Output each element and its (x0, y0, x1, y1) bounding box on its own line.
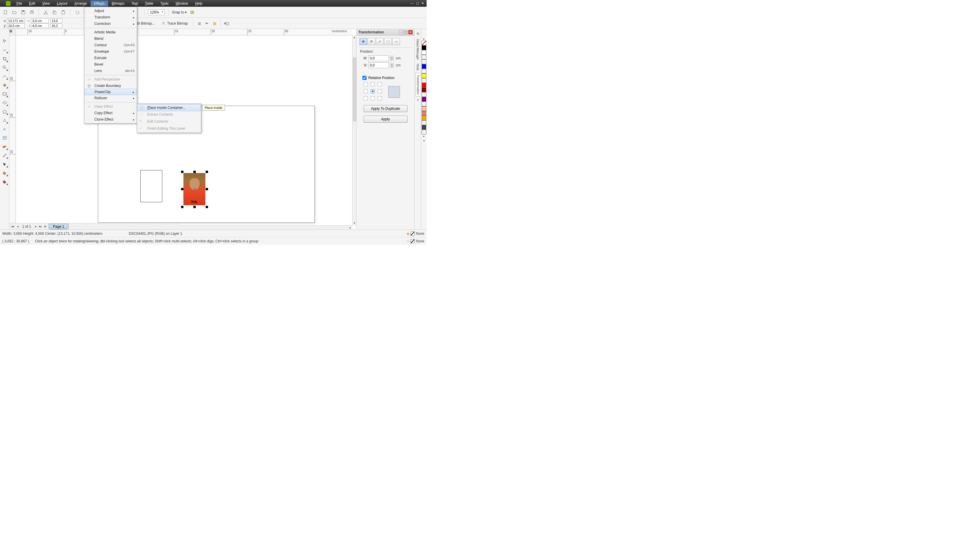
first-page-icon[interactable]: ⏮ (10, 224, 15, 229)
anchor-ml[interactable] (364, 89, 368, 93)
color-swatch-blank[interactable] (422, 78, 426, 83)
bitmap-color-mask-icon[interactable]: ▦ (212, 20, 217, 26)
scale-y-input[interactable] (50, 23, 62, 28)
spin-up[interactable]: ▴ (390, 63, 393, 65)
no-color-swatch[interactable] (422, 41, 426, 45)
position-v-input[interactable] (368, 62, 389, 68)
crop-tool[interactable] (1, 55, 8, 62)
scale-mode-icon[interactable]: ⤢ (376, 38, 384, 45)
color-swatch-blank[interactable] (422, 92, 426, 97)
add-page-icon[interactable]: ⊕ (43, 224, 47, 229)
anchor-mr[interactable] (378, 89, 382, 93)
prev-page-icon[interactable]: ◂ (15, 224, 20, 229)
menu-powerclip[interactable]: PowerClip▸ (85, 89, 137, 95)
size-mode-icon[interactable]: ⬚ (384, 38, 392, 45)
menu-bevel[interactable]: Bevel (84, 61, 137, 68)
paste-icon[interactable] (60, 9, 67, 15)
height-input[interactable] (31, 23, 48, 28)
shape-tool[interactable] (1, 47, 8, 53)
menu-text[interactable]: Text (128, 1, 141, 7)
docker-collapse-button[interactable]: » (399, 30, 403, 34)
selection-handle[interactable] (181, 188, 184, 190)
outline-tool[interactable] (1, 161, 8, 168)
menu-create-boundary[interactable]: ◻Create Boundary (84, 83, 137, 89)
color-swatch-blank[interactable] (422, 60, 426, 64)
submenu-place-inside[interactable]: ⬚Place Inside Container... (137, 104, 201, 111)
position-mode-icon[interactable]: ✥ (359, 38, 367, 45)
menu-transform[interactable]: Transform▸ (84, 14, 137, 20)
menu-help[interactable]: Help (192, 1, 206, 7)
scroll-up-icon[interactable]: ▴ (354, 35, 355, 40)
menu-blend[interactable]: Blend (84, 35, 137, 42)
menu-file[interactable]: File (13, 1, 25, 7)
color-swatch-white[interactable] (422, 50, 426, 55)
color-swatch-black[interactable] (422, 45, 426, 50)
smart-fill-tool[interactable] (1, 82, 8, 89)
save-icon[interactable] (20, 9, 27, 15)
menu-effects[interactable]: Effects (90, 1, 108, 7)
color-swatch-blank[interactable] (422, 102, 426, 106)
ruler-origin[interactable]: ⊞ (9, 29, 16, 35)
selection-handle[interactable] (181, 206, 184, 208)
menu-tools[interactable]: Tools (157, 1, 172, 7)
y-input[interactable] (7, 23, 25, 28)
anchor-br[interactable] (378, 96, 382, 100)
zoom-select[interactable]: 125% (148, 9, 165, 15)
maximize-button[interactable]: ▢ (415, 2, 420, 5)
spin-up[interactable]: ▴ (390, 56, 393, 58)
polygon-tool[interactable] (1, 108, 8, 115)
anchor-center[interactable] (371, 89, 375, 93)
vertical-scrollbar[interactable]: ▴ ▾ (352, 35, 356, 225)
freehand-tool[interactable] (1, 73, 8, 80)
menu-copy-effect[interactable]: Copy Effect▸ (84, 110, 137, 116)
eyedropper-tool[interactable] (1, 152, 8, 159)
selection-handle[interactable] (206, 171, 208, 173)
text-tool[interactable]: A (1, 126, 8, 133)
basic-shapes-tool[interactable] (1, 117, 8, 124)
anchor-tr[interactable] (378, 82, 382, 87)
position-h-input[interactable] (368, 55, 389, 61)
scroll-thumb[interactable] (353, 58, 356, 121)
menu-layout[interactable]: Layout (53, 1, 71, 7)
palette-flyout-icon[interactable]: ◂ (423, 139, 424, 142)
interactive-tool[interactable] (1, 143, 8, 150)
menu-lens[interactable]: LensAlt+F3 (84, 68, 137, 74)
menu-table[interactable]: Table (142, 1, 157, 7)
color-swatch-blank[interactable] (422, 120, 426, 125)
crop-icon[interactable]: ✂ (204, 20, 210, 26)
color-swatch-red[interactable] (422, 83, 426, 88)
close-button[interactable]: ✕ (421, 2, 425, 5)
relative-position-checkbox[interactable] (363, 76, 366, 80)
skew-mode-icon[interactable]: ▱ (392, 38, 400, 45)
ellipse-tool[interactable] (1, 99, 8, 106)
menu-artistic-media[interactable]: Artistic Media (84, 29, 137, 35)
options-icon[interactable] (189, 9, 196, 15)
color-swatch-none[interactable] (422, 55, 426, 60)
menu-correction[interactable]: Correction▸ (84, 20, 137, 27)
menu-bitmaps[interactable]: Bitmaps (108, 1, 128, 7)
selection-center[interactable]: ✕ (193, 188, 196, 190)
docker-toggle-icon[interactable]: ⊞ (414, 30, 421, 37)
color-swatch-yellow[interactable] (422, 73, 426, 78)
selection-handle[interactable] (181, 171, 184, 173)
selection-handle[interactable] (206, 206, 208, 208)
menu-adjust[interactable]: Adjust▸ (84, 8, 137, 14)
color-swatch-coral[interactable] (422, 111, 426, 116)
anchor-bl[interactable] (364, 96, 368, 100)
copy-icon[interactable] (51, 9, 58, 15)
width-input[interactable] (31, 18, 48, 23)
interactive-fill-tool[interactable] (1, 178, 8, 185)
color-swatch-blank[interactable] (422, 130, 426, 134)
spin-down[interactable]: ▾ (390, 58, 393, 61)
side-tab-transformation[interactable]: Transformation (416, 73, 420, 97)
anchor-tl[interactable] (364, 82, 368, 87)
spin-down[interactable]: ▾ (390, 65, 393, 68)
zoom-tool[interactable] (1, 64, 8, 71)
rectangle-object[interactable] (140, 170, 162, 202)
table-tool[interactable] (1, 134, 8, 142)
apply-to-duplicate-button[interactable]: Apply To Duplicate (364, 105, 408, 112)
color-swatch-darkred[interactable] (422, 88, 426, 92)
color-swatch-orange[interactable] (422, 116, 426, 120)
color-swatch-tan[interactable] (422, 106, 426, 111)
minimize-button[interactable]: — (409, 2, 414, 5)
